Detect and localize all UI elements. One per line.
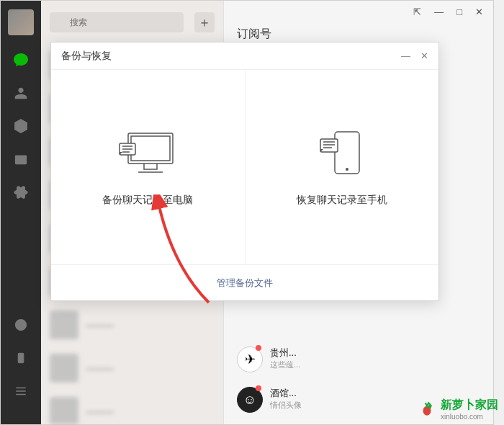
search-bar: ＋	[41, 1, 223, 44]
computer-icon	[115, 128, 180, 178]
watermark-en: xinluobo.com	[441, 413, 498, 421]
miniprogram-icon[interactable]	[12, 316, 30, 334]
backup-label: 备份聊天记录至电脑	[102, 194, 193, 207]
contacts-icon[interactable]	[12, 84, 30, 102]
dialog-title-bar: 备份与恢复 — ✕	[51, 42, 438, 70]
folder-icon[interactable]	[12, 151, 30, 168]
left-rail	[1, 1, 41, 424]
subscription-preview: 情侣头像	[270, 400, 302, 411]
restore-label: 恢复聊天记录至手机	[297, 194, 387, 207]
manage-backup-link[interactable]: 管理备份文件	[217, 277, 273, 290]
dialog-title: 备份与恢复	[61, 50, 112, 63]
pin-icon[interactable]: ⇱	[413, 6, 421, 17]
title-bar: ⇱ — □ ✕	[224, 1, 493, 22]
radish-icon	[418, 400, 436, 419]
atom-icon[interactable]	[12, 184, 30, 201]
phone-icon[interactable]	[12, 349, 30, 367]
cube-icon[interactable]	[12, 117, 30, 135]
backup-to-pc-option[interactable]: 备份聊天记录至电脑	[51, 70, 245, 264]
close-icon[interactable]: ✕	[475, 6, 483, 17]
list-item: ———	[41, 303, 223, 346]
menu-icon[interactable]	[12, 382, 30, 400]
svg-point-10	[346, 168, 348, 171]
avatar[interactable]	[8, 9, 34, 35]
unread-dot	[256, 345, 261, 351]
unread-dot	[256, 385, 261, 391]
subscription-name: 酒馆...	[270, 387, 302, 400]
watermark: 新萝卜家园 xinluobo.com	[418, 398, 498, 421]
add-button[interactable]: ＋	[194, 12, 215, 32]
subscription-preview: 这些蕴...	[270, 359, 300, 370]
svg-rect-7	[131, 136, 170, 161]
svg-rect-5	[18, 353, 24, 363]
list-item: ———	[41, 390, 223, 424]
minimize-icon[interactable]: —	[434, 6, 444, 17]
maximize-icon[interactable]: □	[456, 6, 462, 17]
svg-rect-0	[16, 156, 27, 164]
list-item: ———	[41, 346, 223, 390]
list-item[interactable]: ✈ 贵州... 这些蕴...	[234, 339, 483, 380]
watermark-cn: 新萝卜家园	[441, 398, 498, 413]
search-input[interactable]	[50, 12, 184, 32]
dialog-minimize-icon[interactable]: —	[401, 50, 410, 61]
svg-rect-9	[335, 132, 359, 174]
svg-rect-11	[320, 139, 338, 152]
phone-restore-icon	[313, 128, 371, 178]
restore-to-phone-option[interactable]: 恢复聊天记录至手机	[245, 70, 439, 264]
subscription-name: 贵州...	[270, 346, 300, 359]
backup-restore-dialog: 备份与恢复 — ✕ 备份聊天记录至电脑	[50, 42, 439, 301]
dialog-close-icon[interactable]: ✕	[420, 50, 428, 61]
chat-icon[interactable]	[12, 51, 30, 68]
